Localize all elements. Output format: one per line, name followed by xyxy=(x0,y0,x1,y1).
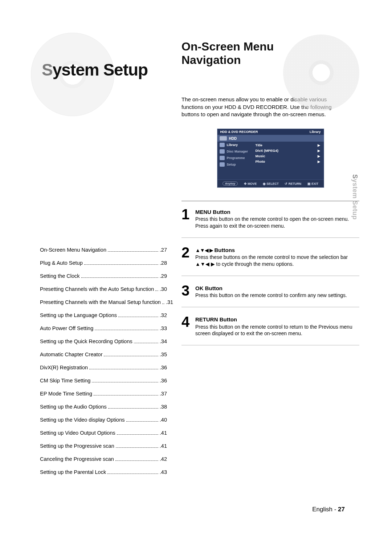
toc-page: .41 xyxy=(160,443,167,449)
toc-label: On-Screen Menu Navigation xyxy=(40,247,106,253)
toc-row: Auto Power Off Setting.33 xyxy=(40,325,167,331)
toc-page: .40 xyxy=(160,417,167,423)
step-title: RETURN Button xyxy=(195,316,237,322)
osd-body: LibraryDisc ManagerProgrammeSetup Title▶… xyxy=(217,142,324,169)
step-body: MENU ButtonPress this button on the remo… xyxy=(195,208,349,230)
step-title: OK Button xyxy=(195,285,222,291)
toc-dots xyxy=(115,460,158,461)
step: 4RETURN ButtonPress this button on the r… xyxy=(181,315,359,337)
osd-header-right: Library xyxy=(310,130,321,134)
chevron-right-icon: ▶ xyxy=(318,154,320,158)
osd-foot-return: ↺ RETURN xyxy=(285,182,301,186)
toc-page: .35 xyxy=(160,352,167,357)
toc-page: .41 xyxy=(160,430,167,436)
toc-row: Setting up the Language Options.32 xyxy=(40,312,167,318)
toc-page: .34 xyxy=(160,338,167,344)
step-number: 3 xyxy=(181,284,192,299)
osd-foot-move: ✥ MOVE xyxy=(244,182,257,186)
osd-anykey-chip: Anykey xyxy=(222,182,238,186)
section-title: On-Screen Menu Navigation xyxy=(181,40,359,67)
toc-row: On-Screen Menu Navigation.27 xyxy=(40,247,167,253)
menu-icon xyxy=(220,143,225,147)
toc-label: Setting up the Language Options xyxy=(40,312,117,318)
toc-dots xyxy=(126,421,158,422)
menu-icon xyxy=(220,156,225,160)
toc-dots xyxy=(116,447,158,448)
divider xyxy=(181,307,359,307)
toc-label: Setting up the Video display Options xyxy=(40,417,125,423)
toc-row: Setting up Video Output Options.41 xyxy=(40,430,167,436)
toc-label: Plug & Auto Setup xyxy=(40,260,83,266)
toc-row: Setting the Clock.29 xyxy=(40,273,167,279)
toc-row: Presetting Channels with the Manual Setu… xyxy=(40,299,167,305)
toc-dots xyxy=(104,356,158,356)
sidetab-initial: S xyxy=(351,174,359,179)
toc-row: Setting up the Video display Options.40 xyxy=(40,417,167,423)
osd-device: HDD xyxy=(229,137,237,141)
menu-icon xyxy=(220,162,225,167)
right-column: On-Screen Menu Navigation The on-screen … xyxy=(181,40,359,482)
toc-row: Setting up the Audio Options.38 xyxy=(40,404,167,410)
toc-page: .32 xyxy=(160,312,167,318)
toc-page: .28 xyxy=(160,260,167,266)
osd-main-item: Title▶ xyxy=(256,142,320,148)
toc-dots xyxy=(117,434,158,435)
osd-main-item: DivX (MPEG4)▶ xyxy=(256,148,320,153)
toc-dots xyxy=(84,264,158,265)
chapter-rest: ystem Setup xyxy=(53,60,148,79)
toc-label: Automatic Chapter Creator xyxy=(40,352,102,357)
osd-main: Title▶DivX (MPEG4)▶Music▶Photo▶ xyxy=(252,142,324,169)
sidetab-rest: ystem Setup xyxy=(351,179,359,220)
osd-side-item: Disc Manager xyxy=(217,148,252,155)
toc-label: Presetting Channels with the Auto Setup … xyxy=(40,286,154,292)
osd-preview: HDD & DVD RECORDER Library HDD LibraryDi… xyxy=(217,129,324,188)
section-title-line2: Navigation xyxy=(181,53,241,66)
chevron-right-icon: ▶ xyxy=(318,143,320,147)
step: 3OK ButtonPress this button on the remot… xyxy=(181,284,359,299)
osd-foot-exit: ▣ EXIT xyxy=(307,182,318,186)
toc-dots xyxy=(108,251,158,252)
toc-page: .36 xyxy=(160,378,167,383)
toc-row: DivX(R) Registration.36 xyxy=(40,365,167,370)
osd-header: HDD & DVD RECORDER Library xyxy=(217,129,324,135)
osd-footer: Anykey ✥ MOVE ◉ SELECT ↺ RETURN ▣ EXIT xyxy=(217,179,324,187)
toc-dots xyxy=(107,474,158,474)
section-title-line1: On-Screen Menu xyxy=(181,40,274,53)
toc-label: DivX(R) Registration xyxy=(40,365,88,370)
divider xyxy=(181,345,359,345)
steps-list: 1MENU ButtonPress this button on the rem… xyxy=(181,208,359,345)
step-number: 4 xyxy=(181,315,192,337)
toc-page: .27 xyxy=(160,247,167,253)
toc-page: .29 xyxy=(160,273,167,279)
toc-label: Auto Power Off Setting xyxy=(40,325,93,331)
toc-dots xyxy=(92,382,158,382)
divider xyxy=(181,201,359,201)
toc-page: .42 xyxy=(160,456,167,462)
menu-icon xyxy=(220,149,225,154)
section-heading: On-Screen Menu Navigation xyxy=(181,40,359,87)
chapter-initial: S xyxy=(42,60,53,79)
chevron-right-icon: ▶ xyxy=(318,149,320,153)
footer-page: 27 xyxy=(338,506,345,513)
step-title: Buttons xyxy=(215,247,235,253)
toc-label: Setting up the Parental Lock xyxy=(40,469,106,475)
left-column: System Setup On-Screen Menu Navigation.2… xyxy=(40,40,167,482)
table-of-contents: On-Screen Menu Navigation.27Plug & Auto … xyxy=(40,247,167,475)
toc-label: Setting up the Progressive scan xyxy=(40,443,114,449)
page-footer: English - 27 xyxy=(312,506,345,513)
toc-row: EP Mode Time Setting.37 xyxy=(40,391,167,397)
step-number: 2 xyxy=(181,246,192,268)
manual-page: System Setup On-Screen Menu Navigation.2… xyxy=(0,0,392,540)
toc-label: Setting up Video Output Options xyxy=(40,430,115,436)
osd-side-item: Setup xyxy=(217,161,252,168)
toc-page: .33 xyxy=(160,325,167,331)
toc-row: Setting up the Parental Lock.43 xyxy=(40,469,167,475)
toc-dots xyxy=(95,330,158,330)
two-column-layout: System Setup On-Screen Menu Navigation.2… xyxy=(40,40,359,482)
toc-label: Setting up the Quick Recording Options xyxy=(40,338,132,344)
osd-device-row: HDD xyxy=(217,135,324,142)
toc-label: Canceling the Progressive scan xyxy=(40,456,114,462)
toc-dots xyxy=(118,317,158,317)
toc-row: CM Skip Time Setting.36 xyxy=(40,378,167,383)
divider xyxy=(181,276,359,276)
